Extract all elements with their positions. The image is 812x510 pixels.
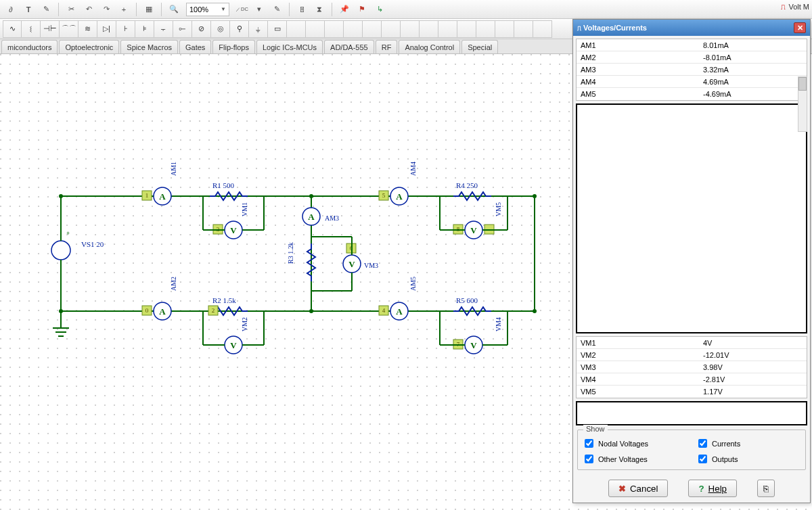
voltmeter-vm4[interactable]: V 7 VM4 bbox=[453, 317, 502, 354]
zoom-value: 100% bbox=[189, 5, 208, 14]
capacitor-icon[interactable]: ⊣⊢ bbox=[41, 20, 60, 38]
checkbox-currents[interactable]: Currents bbox=[696, 437, 801, 450]
cancel-button[interactable]: ✖ Cancel bbox=[608, 480, 669, 497]
text-tool-icon[interactable]: T bbox=[20, 2, 37, 17]
svg-point-76 bbox=[59, 309, 63, 313]
voltmeter-vm1[interactable]: V 3 VM1 bbox=[213, 202, 248, 239]
resistor-icon[interactable]: ∿ bbox=[3, 20, 22, 38]
source-icon[interactable]: ⊘ bbox=[192, 20, 211, 38]
svg-text:A: A bbox=[396, 191, 403, 202]
empty-slot bbox=[344, 20, 363, 38]
svg-text:2: 2 bbox=[212, 307, 215, 314]
svg-text:V: V bbox=[230, 340, 237, 350]
svg-point-77 bbox=[309, 194, 313, 198]
mosfet-icon[interactable]: ⫟ bbox=[154, 20, 173, 38]
tab-rf[interactable]: RF bbox=[376, 40, 398, 53]
scrollbar-thumb[interactable] bbox=[798, 77, 807, 91]
list-item: AM2-8.01mA bbox=[577, 51, 807, 64]
cut-icon[interactable]: ✂ bbox=[63, 2, 79, 17]
voltage-source[interactable]: + VS1 20 bbox=[51, 196, 104, 311]
close-button[interactable]: ✕ bbox=[794, 22, 806, 33]
pin-icon[interactable]: 📌 bbox=[336, 2, 353, 17]
svg-text:VM4: VM4 bbox=[495, 317, 502, 331]
help-icon: ? bbox=[698, 484, 704, 494]
ammeter-am2[interactable]: A 0 AM2 bbox=[142, 277, 177, 320]
voltmeter-vm5[interactable]: V 8 VM5 bbox=[453, 202, 502, 239]
dc-analysis-icon[interactable]: ⟋DC bbox=[233, 2, 250, 17]
list-item: VM33.98V bbox=[577, 361, 807, 373]
empty-slot bbox=[476, 20, 495, 38]
probe2-icon[interactable]: ⚲ bbox=[230, 20, 249, 38]
checkbox-nodal-voltages[interactable]: Nodal Voltages bbox=[582, 437, 687, 450]
tab-ad-da[interactable]: AD/DA-555 bbox=[324, 40, 374, 53]
run-icon[interactable]: ↳ bbox=[371, 2, 388, 17]
svg-text:VS1 20: VS1 20 bbox=[81, 240, 104, 248]
resistor-r4[interactable]: R4 250 bbox=[453, 181, 491, 200]
scrollbar[interactable] bbox=[798, 76, 807, 132]
undo-icon[interactable]: ↶ bbox=[81, 2, 97, 17]
dropdown-icon[interactable]: ▾ bbox=[251, 2, 267, 17]
npn-icon[interactable]: ⊦ bbox=[116, 20, 135, 38]
ammeter-am5[interactable]: A 4 AM5 bbox=[379, 277, 417, 320]
tab-flip-flops[interactable]: Flip-flops bbox=[212, 40, 255, 53]
italic-icon[interactable]: ∂ bbox=[3, 2, 19, 17]
grid-icon[interactable]: ▦ bbox=[141, 2, 157, 17]
resistor-r5[interactable]: R5 600 bbox=[453, 296, 491, 315]
checkbox-other-voltages[interactable]: Other Voltages bbox=[582, 453, 687, 465]
svg-text:V: V bbox=[470, 225, 477, 235]
transformer-icon[interactable]: ≋ bbox=[78, 20, 97, 38]
ammeter-am1[interactable]: A 1 AM1 bbox=[142, 162, 177, 205]
scope-icon[interactable]: ⧗ bbox=[311, 2, 328, 17]
pnp-icon[interactable]: ⊧ bbox=[135, 20, 154, 38]
help-button[interactable]: ? Help bbox=[688, 480, 737, 497]
voltages-currents-panel: ⎍ Voltages/Currents ✕ AM18.01mA AM2-8.01… bbox=[572, 19, 811, 503]
svg-text:AM3: AM3 bbox=[325, 214, 339, 222]
meter-icon[interactable]: ◎ bbox=[211, 20, 230, 38]
tab-semiconductors[interactable]: miconductors bbox=[1, 40, 58, 53]
zoom-icon[interactable]: 🔍 bbox=[166, 2, 182, 17]
tab-optoelectronic[interactable]: Optoelectronic bbox=[59, 40, 119, 53]
panel-title: Voltages/Currents bbox=[583, 24, 647, 32]
ground-icon[interactable]: ⏚ bbox=[249, 20, 268, 38]
tab-gates[interactable]: Gates bbox=[179, 40, 211, 53]
ammeter-am4[interactable]: A 5 AM4 bbox=[379, 162, 417, 205]
inductor-icon[interactable]: ⌒⌒ bbox=[60, 20, 78, 38]
svg-text:VM3: VM3 bbox=[364, 262, 378, 269]
voltmeter-vm2[interactable]: V VM2 bbox=[225, 317, 248, 354]
svg-text:VM5: VM5 bbox=[495, 202, 502, 216]
voltmeter-vm3[interactable]: V 6 VM3 bbox=[343, 244, 378, 273]
empty-slot bbox=[325, 20, 344, 38]
svg-text:AM5: AM5 bbox=[409, 277, 417, 291]
panel-title-bar[interactable]: ⎍ Voltages/Currents ✕ bbox=[573, 20, 810, 36]
svg-text:V: V bbox=[348, 259, 355, 269]
list-item: VM4-2.81V bbox=[577, 373, 807, 386]
show-options-group: Show Nodal Voltages Currents Other Volta… bbox=[577, 430, 806, 470]
tab-analog-control[interactable]: Analog Control bbox=[399, 40, 460, 53]
resistor-r2[interactable]: 2 R2 1.5k bbox=[208, 296, 248, 315]
probe-icon[interactable]: ✎ bbox=[269, 2, 285, 17]
potentiometer-icon[interactable]: ⧙ bbox=[22, 20, 41, 38]
diode-icon[interactable]: ▷| bbox=[97, 20, 116, 38]
add-icon[interactable]: + bbox=[116, 2, 132, 17]
empty-slot bbox=[363, 20, 382, 38]
svg-text:A: A bbox=[159, 191, 166, 202]
switch-icon[interactable]: ⟜ bbox=[173, 20, 192, 38]
tuning-icon[interactable]: 🎚 bbox=[294, 2, 310, 17]
resistor-r1[interactable]: R1 500 bbox=[210, 181, 248, 200]
tab-special[interactable]: Special bbox=[461, 40, 498, 53]
exit-button[interactable]: ⎘ bbox=[757, 480, 775, 497]
highlight-icon[interactable]: ✎ bbox=[38, 2, 54, 17]
svg-text:AM4: AM4 bbox=[409, 162, 417, 176]
zoom-input[interactable]: 100% ▼ bbox=[186, 3, 229, 16]
voltages-list: VM14V VM2-12.01V VM33.98V VM4-2.81V VM51… bbox=[576, 336, 807, 398]
tab-logic-ics[interactable]: Logic ICs-MCUs bbox=[256, 40, 323, 53]
empty-slot bbox=[438, 20, 457, 38]
list-item: AM44.69mA bbox=[577, 76, 807, 88]
separator bbox=[332, 3, 332, 16]
chip-icon[interactable]: ▭ bbox=[268, 20, 287, 38]
ammeter-am3[interactable]: A AM3 bbox=[302, 208, 339, 225]
flag-icon[interactable]: ⚑ bbox=[354, 2, 370, 17]
redo-icon[interactable]: ↷ bbox=[98, 2, 114, 17]
tab-spice-macros[interactable]: Spice Macros bbox=[120, 40, 178, 53]
checkbox-outputs[interactable]: Outputs bbox=[696, 453, 801, 465]
